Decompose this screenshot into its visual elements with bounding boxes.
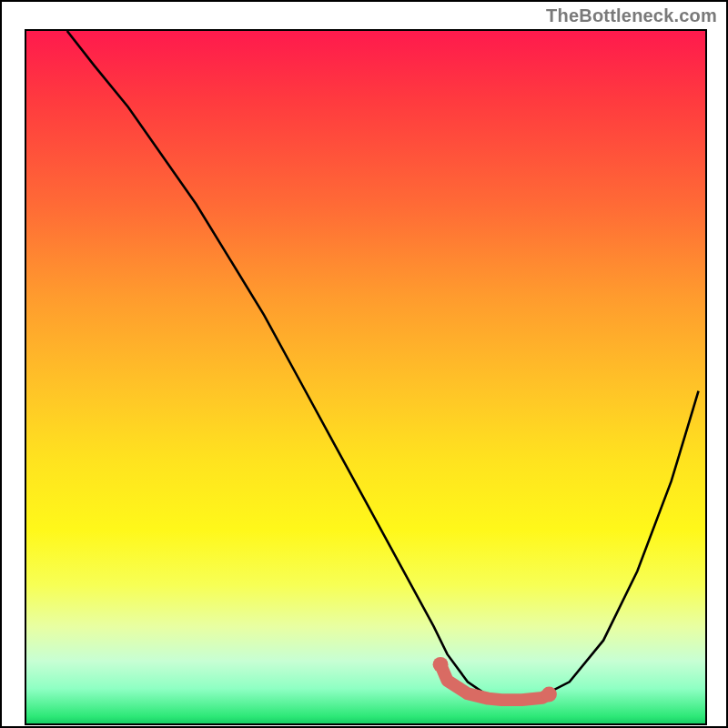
sweet-spot-start-dot <box>433 657 449 672</box>
sweet-spot-marker <box>440 664 549 700</box>
sweet-spot-end-dot <box>541 687 557 703</box>
attribution-label: TheBottleneck.com <box>546 5 717 26</box>
curve-layer <box>26 31 705 723</box>
plot-area <box>25 29 707 725</box>
bottleneck-curve <box>67 31 699 699</box>
chart-container: TheBottleneck.com <box>0 0 728 728</box>
